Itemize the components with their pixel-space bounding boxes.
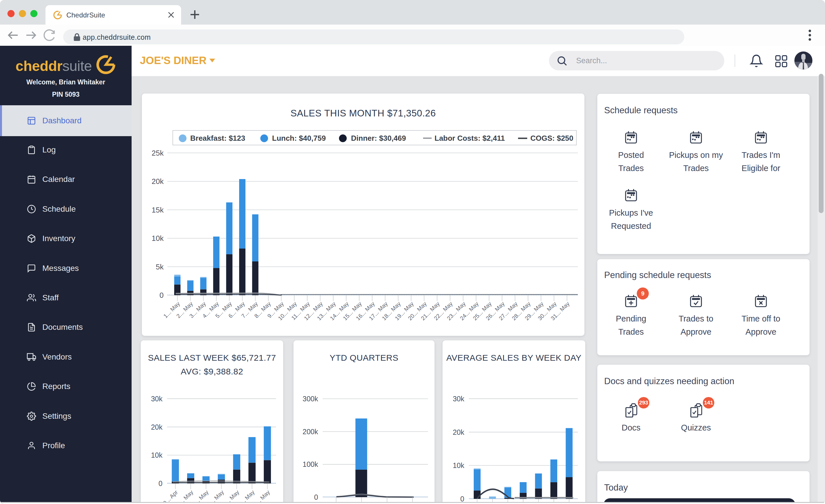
svg-text:30k: 30k — [453, 395, 464, 403]
svg-text:200k: 200k — [303, 428, 318, 436]
svg-text:300k: 300k — [303, 395, 318, 403]
svg-text:15k: 15k — [152, 206, 164, 214]
svg-text:10k: 10k — [152, 234, 164, 242]
svg-text:20k: 20k — [151, 423, 163, 431]
svg-text:0: 0 — [158, 480, 162, 487]
svg-text:0: 0 — [160, 291, 164, 299]
svg-text:10k: 10k — [453, 461, 464, 470]
svg-text:10k: 10k — [151, 451, 163, 459]
svg-text:0: 0 — [460, 495, 464, 503]
svg-text:20k: 20k — [453, 428, 464, 436]
svg-text:25k: 25k — [152, 149, 164, 157]
svg-text:20k: 20k — [152, 177, 164, 186]
svg-text:100k: 100k — [303, 460, 318, 468]
svg-text:5k: 5k — [156, 263, 164, 271]
svg-text:0: 0 — [314, 493, 318, 501]
svg-text:30k: 30k — [151, 395, 163, 403]
